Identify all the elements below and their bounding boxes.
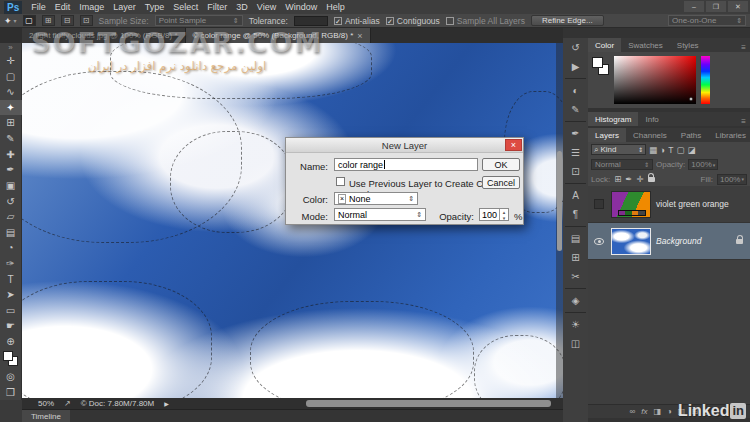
- dialog-close-button[interactable]: ×: [505, 139, 522, 151]
- sample-size-dropdown[interactable]: Point Sample ⇕: [155, 15, 243, 26]
- visibility-toggle[interactable]: [592, 199, 606, 209]
- type-tool-icon[interactable]: T: [0, 271, 22, 287]
- filter-type-layers-icon[interactable]: T: [668, 145, 673, 155]
- tab-libraries[interactable]: Libraries: [708, 128, 750, 142]
- saturation-picker[interactable]: [614, 56, 696, 104]
- paragraph-panel-icon[interactable]: ¶: [563, 205, 588, 224]
- menu-3d[interactable]: 3D: [236, 2, 248, 12]
- adjustments-panel-icon[interactable]: ◐: [563, 81, 588, 100]
- panel-menu-icon[interactable]: ≡: [741, 117, 750, 126]
- lock-transparent-pixels-icon[interactable]: ⊞: [614, 174, 621, 184]
- color-dropdown[interactable]: × None ⇕: [334, 192, 418, 205]
- foreground-color-swatch[interactable]: [592, 57, 603, 68]
- menu-image[interactable]: Image: [79, 2, 104, 12]
- share-icon[interactable]: ↗: [64, 399, 71, 408]
- zoom-level[interactable]: 50%: [38, 399, 54, 408]
- vertical-scrollbar[interactable]: [556, 43, 563, 398]
- anti-alias-checkbox[interactable]: ✓ Anti-alias: [334, 16, 380, 26]
- layer-name-input[interactable]: color range: [334, 158, 478, 171]
- shape-tool-icon[interactable]: ▭: [0, 303, 22, 319]
- foreground-background-swatches[interactable]: [0, 349, 22, 369]
- contiguous-checkbox[interactable]: ✓ Contiguous: [386, 16, 440, 26]
- eyedropper-tool-icon[interactable]: ✎: [0, 131, 22, 147]
- styles-panel-icon[interactable]: ✎: [563, 100, 588, 119]
- blur-tool-icon[interactable]: ◔: [0, 240, 22, 256]
- clone-stamp-tool-icon[interactable]: ▣: [0, 178, 22, 194]
- timeline-tab[interactable]: Timeline: [22, 410, 70, 422]
- filter-adjustment-layers-icon[interactable]: ◑: [660, 145, 665, 155]
- history-panel-icon[interactable]: ↺: [563, 38, 588, 57]
- tab-color[interactable]: Color: [588, 38, 621, 52]
- filter-shape-layers-icon[interactable]: ▢: [676, 145, 684, 155]
- status-arrow-icon[interactable]: ▶: [164, 400, 169, 407]
- horizontal-scrollbar-thumb[interactable]: [306, 400, 551, 407]
- fill-value-box[interactable]: 100% ▾: [717, 174, 747, 185]
- layer-name[interactable]: Background: [656, 236, 701, 246]
- document-tab-color-range[interactable]: © color range @ 50% (Background, RGB/8) …: [186, 28, 371, 43]
- minimize-button[interactable]: –: [684, 1, 704, 12]
- gradient-tool-icon[interactable]: ▤: [0, 224, 22, 240]
- libraries-panel-icon[interactable]: ◫: [563, 334, 588, 353]
- measure-panel-icon[interactable]: ✂: [563, 267, 588, 286]
- properties-panel-icon[interactable]: ☀: [563, 315, 588, 334]
- menu-window[interactable]: Window: [285, 2, 317, 12]
- menu-edit[interactable]: Edit: [55, 2, 71, 12]
- layer-thumbnail[interactable]: [611, 191, 651, 218]
- move-tool-icon[interactable]: ✛: [0, 53, 22, 69]
- subtract-selection-mode-icon[interactable]: ⊟: [61, 15, 74, 26]
- tab-channels[interactable]: Channels: [626, 128, 674, 142]
- menu-type[interactable]: Type: [145, 2, 165, 12]
- cancel-button[interactable]: Cancel: [482, 176, 520, 189]
- panel-menu-icon[interactable]: ≡: [741, 43, 750, 52]
- screen-mode-icon[interactable]: ❐: [0, 384, 22, 400]
- link-layers-icon[interactable]: ∞: [629, 407, 635, 416]
- add-selection-mode-icon[interactable]: ⊞: [42, 15, 55, 26]
- tab-styles[interactable]: Styles: [670, 38, 706, 52]
- magic-wand-tool-badge[interactable]: ✦ ▾: [4, 16, 17, 26]
- menu-file[interactable]: File: [31, 2, 46, 12]
- sample-all-layers-checkbox[interactable]: Sample All Layers: [446, 16, 525, 26]
- brush-tool-icon[interactable]: ✒: [0, 162, 22, 178]
- mode-dropdown[interactable]: Normal ⇕: [334, 208, 426, 221]
- new-selection-mode-icon[interactable]: ▢: [23, 15, 36, 26]
- actions-panel-icon[interactable]: ▶: [563, 57, 588, 76]
- info-panel-icon[interactable]: ▤: [563, 229, 588, 248]
- zoom-tool-icon[interactable]: ⊕: [0, 334, 22, 350]
- layer-row-background[interactable]: Background: [588, 223, 750, 260]
- lock-image-pixels-icon[interactable]: ✒: [625, 174, 632, 184]
- pen-tool-icon[interactable]: ✑: [0, 256, 22, 272]
- character-panel-icon[interactable]: A: [563, 186, 588, 205]
- brush-settings-panel-icon[interactable]: ✒: [563, 124, 588, 143]
- tolerance-input[interactable]: [294, 16, 328, 26]
- layer-filter-dropdown[interactable]: ⌕ Kind ⇕: [591, 144, 646, 155]
- foreground-color-swatch[interactable]: [3, 351, 13, 361]
- collapse-panel-icon[interactable]: »: [0, 43, 22, 53]
- tab-info[interactable]: Info: [638, 112, 665, 126]
- vertical-scrollbar-thumb[interactable]: [557, 151, 562, 251]
- hue-slider[interactable]: [701, 56, 710, 104]
- clone-source-panel-icon[interactable]: ⊡: [563, 162, 588, 181]
- tab-close-icon[interactable]: ×: [357, 31, 362, 41]
- menu-filter[interactable]: Filter: [207, 2, 227, 12]
- filter-pixel-layers-icon[interactable]: ▦: [649, 145, 657, 155]
- blend-mode-dropdown[interactable]: Normal ⇕: [591, 159, 653, 170]
- tool-presets-panel-icon[interactable]: ☰: [563, 143, 588, 162]
- quick-mask-icon[interactable]: ◎: [0, 369, 22, 385]
- layer-row-violet-green-orange[interactable]: violet green orange: [588, 186, 750, 223]
- spinner-arrows-icon[interactable]: ▴▾: [499, 209, 508, 220]
- tab-layers[interactable]: Layers: [588, 128, 626, 142]
- menu-select[interactable]: Select: [173, 2, 198, 12]
- layer-effects-icon[interactable]: fx: [641, 407, 647, 416]
- ok-button[interactable]: OK: [482, 158, 520, 171]
- magic-wand-tool-icon[interactable]: ✦: [0, 100, 22, 116]
- tab-swatches[interactable]: Swatches: [621, 38, 670, 52]
- dialog-title-bar[interactable]: New Layer: [286, 138, 523, 153]
- opacity-value-box[interactable]: 100% ▾: [688, 159, 718, 170]
- filter-smart-objects-icon[interactable]: ◪: [687, 145, 695, 155]
- opacity-spinner[interactable]: 100 ▴▾: [479, 208, 509, 221]
- clipping-mask-checkbox[interactable]: [336, 177, 345, 186]
- menu-layer[interactable]: Layer: [113, 2, 136, 12]
- marquee-tool-icon[interactable]: ▢: [0, 68, 22, 84]
- tab-histogram[interactable]: Histogram: [588, 112, 638, 126]
- workspace-dropdown[interactable]: One-on-One ⇕: [668, 15, 746, 26]
